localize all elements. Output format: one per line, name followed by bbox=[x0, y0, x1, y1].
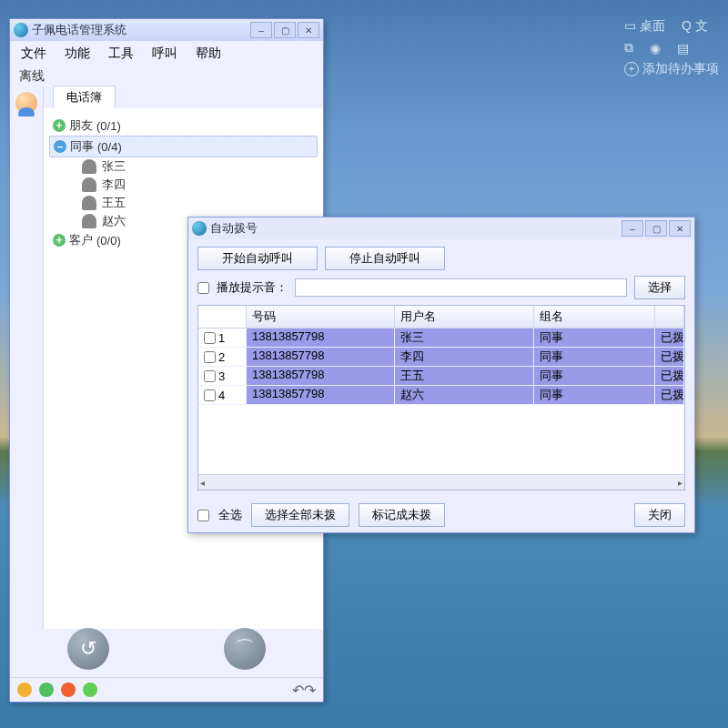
bottom-bar: ↺ ⌒ bbox=[10, 622, 323, 676]
left-strip bbox=[10, 86, 44, 629]
start-autodial-button[interactable]: 开始自动呼叫 bbox=[197, 247, 318, 270]
row-checkbox[interactable] bbox=[204, 351, 216, 363]
row-checkbox[interactable] bbox=[204, 332, 216, 344]
grid-icon[interactable]: ▤ bbox=[677, 41, 689, 56]
eye-icon[interactable]: ◉ bbox=[650, 41, 661, 56]
table-row[interactable]: 113813857798张三同事已拨 bbox=[198, 329, 684, 348]
browse-button[interactable]: 选择 bbox=[634, 276, 685, 299]
stop-autodial-button[interactable]: 停止自动呼叫 bbox=[325, 247, 445, 270]
person-icon bbox=[82, 214, 96, 228]
group-friends[interactable]: + 朋友 (0/1) bbox=[49, 116, 318, 136]
close-button[interactable]: ✕ bbox=[298, 22, 319, 38]
plus-circle-icon: + bbox=[624, 62, 639, 76]
collapse-icon[interactable]: – bbox=[54, 140, 66, 153]
sound-path-input[interactable] bbox=[295, 278, 627, 297]
dialog-footer: 全选 选择全部未拨 标记成未拨 关闭 bbox=[188, 498, 694, 532]
select-all-label: 全选 bbox=[218, 507, 242, 523]
dial-grid: 号码 用户名 组名 113813857798张三同事已拨213813857798… bbox=[197, 305, 685, 490]
row-checkbox[interactable] bbox=[204, 370, 216, 382]
select-undialed-button[interactable]: 选择全部未拨 bbox=[251, 503, 349, 527]
select-all-checkbox[interactable] bbox=[197, 510, 209, 521]
main-titlebar[interactable]: 子佩电话管理系统 – ▢ ✕ bbox=[10, 19, 323, 41]
tab-phonebook[interactable]: 电话簿 bbox=[53, 86, 116, 108]
crop-icon[interactable]: ⧉ bbox=[624, 40, 633, 56]
group-colleagues[interactable]: – 同事 (0/4) bbox=[49, 136, 318, 157]
autodial-dialog: 自动拨号 – ▢ ✕ 开始自动呼叫 停止自动呼叫 播放提示音： 选择 号码 用户… bbox=[187, 217, 695, 533]
contact-item[interactable]: 李四 bbox=[49, 176, 318, 194]
main-title: 子佩电话管理系统 bbox=[32, 22, 126, 38]
tray-icon[interactable] bbox=[17, 682, 32, 697]
contact-item[interactable]: 张三 bbox=[49, 157, 318, 176]
desktop-widgets: ▭ 桌面 Q 文 ⧉ ◉ ▤ + 添加待办事项 bbox=[624, 18, 719, 77]
grid-body[interactable]: 113813857798张三同事已拨213813857798李四同事已拨3138… bbox=[198, 329, 684, 474]
minimize-button[interactable]: – bbox=[250, 22, 272, 38]
menubar: 文件 功能 工具 呼叫 帮助 bbox=[10, 41, 323, 66]
expand-icon[interactable]: + bbox=[53, 119, 66, 132]
dialog-title: 自动拨号 bbox=[210, 220, 258, 237]
tray-icon[interactable] bbox=[39, 682, 54, 697]
tray-icon[interactable]: ↶↷ bbox=[292, 682, 316, 699]
close-button[interactable]: ✕ bbox=[669, 220, 691, 237]
mark-undialed-button[interactable]: 标记成未拨 bbox=[359, 503, 445, 527]
table-row[interactable]: 313813857798王五同事已拨 bbox=[198, 367, 684, 386]
hangup-button[interactable]: ⌒ bbox=[224, 628, 266, 670]
play-prompt-label: 播放提示音： bbox=[217, 279, 288, 296]
app-icon bbox=[192, 221, 207, 236]
menu-help[interactable]: 帮助 bbox=[190, 44, 227, 64]
person-icon bbox=[82, 159, 96, 174]
menu-tools[interactable]: 工具 bbox=[103, 44, 139, 64]
search-icon[interactable]: Q 文 bbox=[682, 18, 708, 35]
play-prompt-checkbox[interactable] bbox=[197, 282, 209, 294]
h-scrollbar[interactable]: ◂▸ bbox=[198, 474, 684, 490]
maximize-button[interactable]: ▢ bbox=[645, 220, 667, 237]
dial-button[interactable]: ↺ bbox=[67, 628, 109, 670]
col-group[interactable]: 组名 bbox=[534, 306, 655, 328]
desktop-icon[interactable]: ▭ 桌面 bbox=[624, 18, 665, 35]
row-checkbox[interactable] bbox=[204, 389, 216, 401]
menu-function[interactable]: 功能 bbox=[59, 44, 96, 64]
tabstrip: 电话簿 bbox=[44, 86, 323, 108]
dialog-titlebar[interactable]: 自动拨号 – ▢ ✕ bbox=[188, 217, 694, 239]
grid-header: 号码 用户名 组名 bbox=[198, 306, 684, 329]
buddy-icon[interactable] bbox=[15, 92, 37, 114]
status-label: 离线 bbox=[10, 66, 323, 86]
menu-call[interactable]: 呼叫 bbox=[147, 44, 183, 64]
add-todo-link[interactable]: + 添加待办事项 bbox=[624, 61, 719, 77]
tray-icon[interactable] bbox=[61, 682, 76, 697]
app-icon bbox=[14, 23, 28, 37]
expand-icon[interactable]: + bbox=[53, 234, 66, 247]
tray-icon[interactable] bbox=[83, 682, 97, 697]
person-icon bbox=[82, 196, 96, 210]
tray: ↶↷ bbox=[10, 677, 323, 702]
contact-item[interactable]: 王五 bbox=[49, 194, 318, 212]
table-row[interactable]: 413813857798赵六同事已拨 bbox=[198, 386, 684, 405]
col-user[interactable]: 用户名 bbox=[395, 306, 534, 328]
menu-file[interactable]: 文件 bbox=[15, 44, 52, 64]
maximize-button[interactable]: ▢ bbox=[274, 22, 296, 38]
minimize-button[interactable]: – bbox=[622, 220, 643, 237]
col-number[interactable]: 号码 bbox=[247, 306, 395, 328]
table-row[interactable]: 213813857798李四同事已拨 bbox=[198, 348, 684, 367]
dialog-close-button[interactable]: 关闭 bbox=[634, 503, 685, 527]
person-icon bbox=[82, 177, 96, 192]
